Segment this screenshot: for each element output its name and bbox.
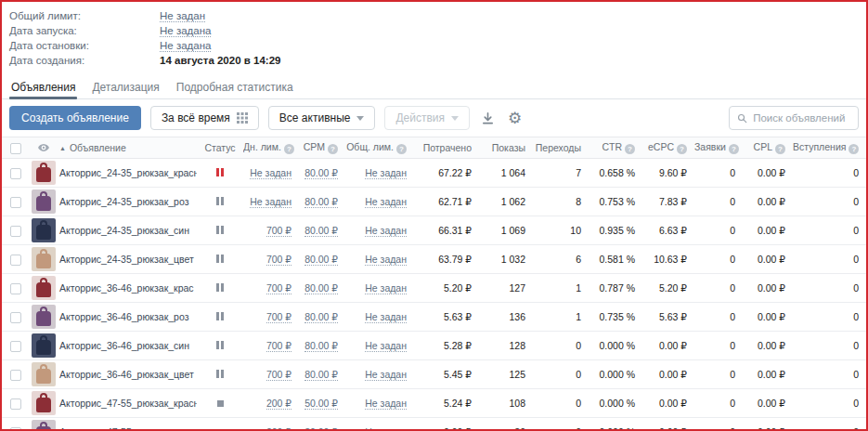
column-header-spent[interactable]: Потрачено bbox=[414, 137, 479, 159]
daily-limit-link[interactable]: Не задан bbox=[250, 196, 291, 208]
daily-limit-link[interactable]: 200 ₽ bbox=[266, 426, 291, 431]
info-value-link[interactable]: Не задан bbox=[160, 10, 205, 22]
ad-name-link[interactable]: Акторрис_24-35_рюкзак_цвет bbox=[59, 254, 194, 265]
daily-limit-link[interactable]: 700 ₽ bbox=[266, 340, 291, 352]
row-checkbox[interactable] bbox=[10, 197, 21, 208]
cpm-link[interactable]: 80.00 ₽ bbox=[304, 196, 338, 208]
daily-limit-link[interactable]: 700 ₽ bbox=[266, 282, 291, 294]
total-limit-link[interactable]: Не задан bbox=[365, 426, 407, 431]
ad-thumbnail[interactable] bbox=[32, 247, 56, 271]
period-selector-button[interactable]: За всё время bbox=[150, 106, 259, 130]
ctr-cell: 0.753 % bbox=[589, 188, 642, 216]
row-checkbox[interactable] bbox=[10, 283, 21, 294]
ad-thumbnail[interactable] bbox=[32, 362, 56, 386]
row-checkbox[interactable] bbox=[10, 427, 21, 431]
row-checkbox[interactable] bbox=[10, 398, 21, 410]
column-header-leads[interactable]: Заявки? bbox=[694, 137, 743, 159]
row-checkbox[interactable] bbox=[10, 312, 21, 323]
column-header-status[interactable]: Статус bbox=[197, 137, 243, 159]
search-input[interactable] bbox=[753, 112, 850, 124]
ad-name-link[interactable]: Акторрис_47-55_рюкзак_красн bbox=[59, 398, 197, 409]
help-icon[interactable]: ? bbox=[396, 144, 407, 154]
ad-thumbnail[interactable] bbox=[32, 218, 56, 242]
tab-item[interactable]: Детализация bbox=[92, 75, 159, 98]
cpm-link[interactable]: 80.00 ₽ bbox=[304, 225, 338, 237]
total-limit-link[interactable]: Не задан bbox=[365, 369, 407, 381]
ad-thumbnail[interactable] bbox=[32, 161, 56, 185]
cpm-link[interactable]: 30.00 ₽ bbox=[304, 426, 338, 431]
total-limit-link[interactable]: Не задан bbox=[365, 398, 407, 410]
ad-thumbnail[interactable] bbox=[32, 189, 56, 214]
column-header-total_limit[interactable]: Общ. лим.? bbox=[345, 137, 414, 159]
column-header-ecpc[interactable]: eCPC? bbox=[642, 137, 694, 159]
ad-name-link[interactable]: Акторрис_36-46_рюкзак_роз bbox=[59, 311, 188, 322]
help-icon[interactable]: ? bbox=[284, 144, 294, 154]
ad-name-link[interactable]: Акторрис_24-35_рюкзак_красн bbox=[59, 167, 197, 178]
info-value-link[interactable]: Не задана bbox=[160, 40, 211, 52]
tab-active[interactable]: Объявления bbox=[11, 75, 75, 98]
leads-cell: 0 bbox=[694, 216, 743, 245]
row-checkbox[interactable] bbox=[10, 168, 21, 179]
ad-name-link[interactable]: Акторрис_24-35_рюкзак_роз bbox=[59, 196, 188, 207]
column-header-impressions[interactable]: Показы bbox=[479, 137, 533, 159]
total-limit-link[interactable]: Не задан bbox=[365, 254, 407, 266]
ad-name-link[interactable]: Акторрис_47-55_рюкзак_роз bbox=[59, 426, 188, 431]
create-ad-button[interactable]: Создать объявление bbox=[9, 106, 141, 130]
total-limit-link[interactable]: Не задан bbox=[365, 225, 407, 237]
daily-limit-link[interactable]: 700 ₽ bbox=[266, 311, 291, 323]
ad-thumbnail[interactable] bbox=[32, 276, 56, 300]
total-limit-link[interactable]: Не задан bbox=[365, 282, 407, 294]
total-limit-link[interactable]: Не задан bbox=[365, 196, 407, 208]
export-download-button[interactable] bbox=[479, 110, 497, 127]
column-label: CPM bbox=[304, 141, 325, 152]
tab-item[interactable]: Подробная статистика bbox=[176, 75, 293, 98]
column-header-cpm[interactable]: CPM? bbox=[299, 137, 345, 159]
settings-button[interactable]: ⚙︎ bbox=[506, 109, 524, 128]
help-icon[interactable]: ? bbox=[328, 144, 338, 154]
daily-limit-link[interactable]: 700 ₽ bbox=[266, 254, 291, 266]
select-all-checkbox[interactable] bbox=[10, 143, 21, 154]
cpm-link[interactable]: 50.00 ₽ bbox=[304, 398, 338, 410]
cpm-link[interactable]: 80.00 ₽ bbox=[304, 311, 338, 323]
ad-name-link[interactable]: Акторрис_24-35_рюкзак_син bbox=[59, 225, 189, 236]
info-value-link[interactable]: Не задана bbox=[160, 25, 211, 37]
cpm-link[interactable]: 80.00 ₽ bbox=[304, 167, 338, 179]
row-checkbox[interactable] bbox=[10, 341, 21, 352]
eye-icon[interactable] bbox=[37, 141, 50, 154]
cpm-link[interactable]: 80.00 ₽ bbox=[304, 282, 338, 294]
ad-thumbnail[interactable] bbox=[32, 305, 56, 329]
row-checkbox[interactable] bbox=[10, 255, 21, 266]
column-header-joins[interactable]: Вступления? bbox=[793, 137, 866, 159]
help-icon[interactable]: ? bbox=[625, 144, 635, 154]
ad-name-link[interactable]: Акторрис_36-46_рюкзак_цвет bbox=[59, 369, 194, 380]
column-header-clicks[interactable]: Переходы bbox=[533, 137, 589, 159]
total-limit-link[interactable]: Не задан bbox=[365, 340, 407, 352]
column-header-name[interactable]: ▲Объявление bbox=[58, 137, 197, 159]
total-limit-link[interactable]: Не задан bbox=[365, 311, 407, 323]
daily-limit-link[interactable]: 700 ₽ bbox=[266, 225, 291, 237]
daily-limit-link[interactable]: Не задан bbox=[250, 167, 291, 179]
ad-name-link[interactable]: Акторрис_36-46_рюкзак_син bbox=[59, 340, 189, 351]
help-icon[interactable]: ? bbox=[729, 144, 739, 154]
daily-limit-link[interactable]: 700 ₽ bbox=[266, 369, 291, 381]
row-checkbox[interactable] bbox=[10, 226, 21, 237]
status-filter-dropdown[interactable]: Все активные bbox=[268, 106, 376, 130]
ad-thumbnail[interactable] bbox=[32, 333, 56, 358]
cpm-link[interactable]: 80.00 ₽ bbox=[304, 369, 338, 381]
daily-limit-link[interactable]: 200 ₽ bbox=[266, 398, 291, 410]
cpm-link[interactable]: 80.00 ₽ bbox=[304, 254, 338, 266]
column-header-cpl[interactable]: CPL? bbox=[743, 137, 793, 159]
ctr-cell: 0.000 % bbox=[589, 389, 642, 418]
ad-thumbnail[interactable] bbox=[32, 391, 56, 415]
column-header-ctr[interactable]: CTR? bbox=[589, 137, 642, 159]
help-icon[interactable]: ? bbox=[775, 144, 785, 154]
column-header-daily_limit[interactable]: Дн. лим.? bbox=[243, 137, 299, 159]
ad-thumbnail[interactable] bbox=[32, 420, 56, 431]
help-icon[interactable]: ? bbox=[849, 144, 859, 154]
row-checkbox[interactable] bbox=[10, 370, 21, 381]
total-limit-link[interactable]: Не задан bbox=[365, 167, 407, 179]
actions-dropdown[interactable]: Действия bbox=[384, 106, 470, 130]
cpm-link[interactable]: 80.00 ₽ bbox=[304, 340, 338, 352]
ad-name-link[interactable]: Акторрис_36-46_рюкзак_крас bbox=[59, 282, 194, 294]
help-icon[interactable]: ? bbox=[677, 144, 687, 154]
